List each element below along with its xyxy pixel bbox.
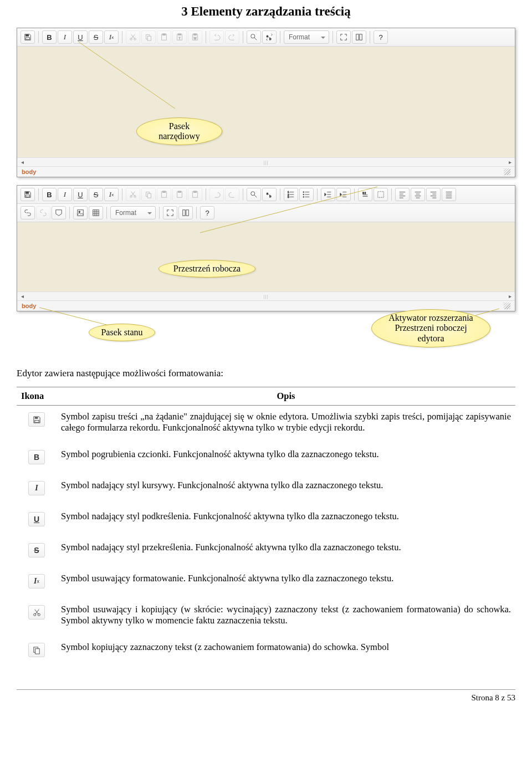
svg-text:W: W <box>194 37 197 40</box>
strike-button[interactable]: S <box>89 30 103 44</box>
underline-button[interactable]: U <box>73 30 88 44</box>
editor1-body[interactable]: Pasek narzędiowy <box>17 47 515 157</box>
format-select[interactable]: Format <box>110 206 156 219</box>
help-button[interactable]: ? <box>200 206 214 219</box>
italic-button[interactable]: I <box>58 188 72 201</box>
anchor-button[interactable] <box>52 206 66 219</box>
scroll-grip[interactable]: ||| <box>26 160 506 165</box>
editor2-toolbar-row2: Format ? <box>17 204 515 222</box>
svg-text:a: a <box>267 191 269 195</box>
italic-icon: I <box>28 481 45 495</box>
svg-rect-24 <box>26 195 30 197</box>
icon-cell-copy <box>17 636 57 667</box>
table-row: Symbol usuwający i kopiujący (w skrócie:… <box>17 598 515 636</box>
format-select[interactable]: Format <box>284 30 329 44</box>
cut-button[interactable] <box>126 188 140 201</box>
bold-icon: B <box>28 450 45 464</box>
cut-icon <box>28 605 45 619</box>
outdent-button[interactable] <box>321 188 335 201</box>
redo-button[interactable] <box>225 30 239 44</box>
undo-button[interactable] <box>209 188 224 201</box>
paste-word-button[interactable] <box>188 188 202 201</box>
svg-text:b: b <box>269 37 272 40</box>
scroll-right-icon[interactable]: ▸ <box>506 158 514 166</box>
editor1-hscroll[interactable]: ◂ ||| ▸ <box>17 157 515 166</box>
svg-rect-10 <box>178 34 181 35</box>
numlist-button[interactable]: 123 <box>284 188 298 201</box>
callout-expander: Aktywator rozszerzania Przestrzeni roboc… <box>371 309 490 347</box>
strike-button[interactable]: S <box>89 188 103 201</box>
table-button[interactable] <box>89 206 103 219</box>
table-row: BSymbol pogrubienia czcionki. Funkcjonal… <box>17 443 515 474</box>
intro-paragraph: Edytor zawiera następujące możliwości fo… <box>17 368 515 379</box>
icon-cell-strike: S <box>17 536 57 567</box>
align-right-button[interactable] <box>426 188 441 201</box>
editor2-body[interactable]: Przestrzeń robocza <box>17 222 515 291</box>
svg-rect-47 <box>93 210 99 216</box>
maximize-button[interactable] <box>336 30 351 44</box>
svg-rect-32 <box>178 191 181 193</box>
image-button[interactable] <box>73 206 88 219</box>
paste-word-button[interactable]: W <box>188 30 202 44</box>
scroll-right-icon[interactable]: ▸ <box>506 293 514 300</box>
bold-button[interactable]: B <box>42 30 57 44</box>
find-button[interactable] <box>247 188 261 201</box>
underline-button[interactable]: U <box>73 188 88 201</box>
th-icon: Ikona <box>17 387 57 406</box>
redo-button[interactable] <box>225 188 239 201</box>
svg-rect-48 <box>183 210 185 216</box>
underline-icon: U <box>28 512 45 526</box>
desc-cell: Symbol usuwający i kopiujący (w skrócie:… <box>57 598 515 636</box>
replace-button[interactable]: ab <box>262 188 277 201</box>
callout-workspace: Przestrzeń robocza <box>158 260 255 278</box>
desc-cell: Symbol pogrubienia czcionki. Funkcjonaln… <box>57 443 515 474</box>
undo-button[interactable] <box>209 30 224 44</box>
removeformat-button[interactable]: Ix <box>104 188 119 201</box>
editor2-resize-grip[interactable] <box>504 303 510 309</box>
paste-text-button[interactable] <box>172 188 187 201</box>
unlink-button[interactable] <box>36 206 50 219</box>
scroll-grip[interactable]: ||| <box>26 294 506 299</box>
find-button[interactable] <box>247 30 261 44</box>
editor1-path: body <box>22 168 36 175</box>
icon-description-table: Ikona Opis Symbol zapisu treści „na żąda… <box>17 387 515 667</box>
editor2-toolbar-row1: B I U S Ix ab 123 <box>17 186 515 204</box>
svg-point-35 <box>251 192 255 196</box>
blockquote-button[interactable] <box>358 188 372 201</box>
maximize-button[interactable] <box>163 206 177 219</box>
editor2-hscroll[interactable]: ◂ ||| ▸ <box>17 291 515 300</box>
removeformat-button[interactable]: Ix <box>104 30 119 44</box>
indent-button[interactable] <box>336 188 351 201</box>
save-button[interactable] <box>21 188 35 201</box>
save-button[interactable] <box>21 30 35 44</box>
showblocks-button[interactable] <box>178 206 193 219</box>
cut-button[interactable] <box>126 30 140 44</box>
align-left-button[interactable] <box>395 188 410 201</box>
align-justify-button[interactable] <box>442 188 456 201</box>
paste-button[interactable] <box>157 188 171 201</box>
replace-button[interactable]: ab <box>262 30 277 44</box>
callout-toolbar: Pasek narzędiowy <box>136 117 222 145</box>
bulletlist-button[interactable] <box>299 188 314 201</box>
copy-button[interactable] <box>141 30 156 44</box>
div-button[interactable] <box>374 188 388 201</box>
paste-text-button[interactable]: T <box>172 30 187 44</box>
page-title: 3 Elementy zarządzania treścią <box>17 4 515 19</box>
align-center-button[interactable] <box>411 188 425 201</box>
showblocks-button[interactable] <box>352 30 366 44</box>
scroll-left-icon[interactable]: ◂ <box>18 293 26 300</box>
editor1-resize-grip[interactable] <box>504 168 510 175</box>
scroll-left-icon[interactable]: ◂ <box>18 158 26 166</box>
paste-button[interactable] <box>157 30 171 44</box>
help-button[interactable]: ? <box>374 30 388 44</box>
svg-point-43 <box>303 197 304 198</box>
table-row: Symbol kopiujący zaznaczony tekst (z zac… <box>17 636 515 667</box>
copy-button[interactable] <box>141 188 156 201</box>
italic-button[interactable]: I <box>58 30 72 44</box>
desc-cell: Symbol nadający styl kursywy. Funkcjonal… <box>57 474 515 505</box>
desc-cell: Symbol nadający styl przekreślenia. Funk… <box>57 536 515 567</box>
link-button[interactable] <box>21 206 35 219</box>
bold-button[interactable]: B <box>42 188 57 201</box>
desc-cell: Symbol usuwający formatowanie. Funkcjona… <box>57 567 515 598</box>
svg-rect-44 <box>378 192 384 198</box>
